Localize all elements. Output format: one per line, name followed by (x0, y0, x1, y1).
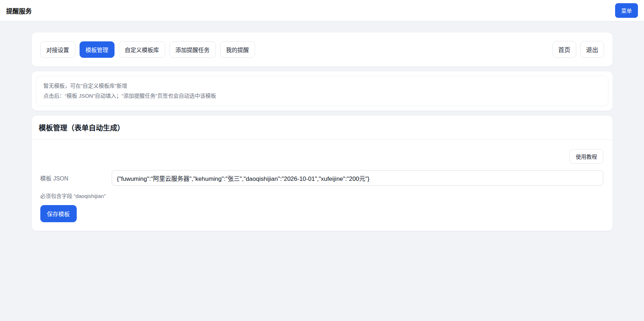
section-body: 使用教程 模板 JSON 必须包含字段 “daoqishijian” 保存模板 (32, 140, 613, 231)
notice-line-empty-template: 暂无模板，可在“自定义模板库”新增 (44, 81, 601, 91)
nav-group: 首页 退出 (553, 41, 604, 58)
notice-line-click-hint: 点击后：“模板 JSON”自动填入；“添加提醒任务”页签也会自动选中该模板 (44, 91, 601, 101)
content-container: 对接设置 模板管理 自定义模板库 添加提醒任务 我的提醒 首页 退出 暂无模板，… (31, 32, 613, 231)
required-field-hint: 必须包含字段 “daoqishijian” (40, 192, 603, 199)
save-template-button[interactable]: 保存模板 (40, 205, 77, 222)
notice-box: 暂无模板，可在“自定义模板库”新增 点击后：“模板 JSON”自动填入；“添加提… (36, 76, 608, 106)
logout-button[interactable]: 退出 (580, 41, 604, 58)
tab-group: 对接设置 模板管理 自定义模板库 添加提醒任务 我的提醒 (40, 41, 255, 58)
tutorial-button[interactable]: 使用教程 (569, 149, 603, 164)
home-button[interactable]: 首页 (553, 41, 576, 58)
tab-template-management[interactable]: 模板管理 (80, 41, 115, 58)
tab-connection-settings[interactable]: 对接设置 (40, 41, 75, 58)
tab-custom-template-library[interactable]: 自定义模板库 (119, 41, 165, 58)
tab-bar-card: 对接设置 模板管理 自定义模板库 添加提醒任务 我的提醒 首页 退出 (31, 32, 613, 67)
notice-card: 暂无模板，可在“自定义模板库”新增 点击后：“模板 JSON”自动填入；“添加提… (31, 71, 613, 111)
menu-button[interactable]: 菜单 (615, 3, 638, 18)
topbar: 提醒服务 菜单 (0, 0, 644, 21)
template-json-input[interactable] (112, 170, 603, 186)
template-json-label: 模板 JSON (40, 174, 112, 182)
tab-my-reminders[interactable]: 我的提醒 (220, 41, 255, 58)
section-header: 模板管理（表单自动生成） (32, 116, 613, 140)
tab-add-reminder-task[interactable]: 添加提醒任务 (169, 41, 216, 58)
template-management-card: 模板管理（表单自动生成） 使用教程 模板 JSON 必须包含字段 “daoqis… (31, 115, 613, 231)
section-title: 模板管理（表单自动生成） (39, 122, 605, 133)
page-content: 对接设置 模板管理 自定义模板库 添加提醒任务 我的提醒 首页 退出 暂无模板，… (0, 21, 644, 231)
tutorial-row: 使用教程 (40, 149, 603, 164)
template-json-row: 模板 JSON (40, 170, 603, 186)
app-title: 提醒服务 (6, 6, 32, 15)
